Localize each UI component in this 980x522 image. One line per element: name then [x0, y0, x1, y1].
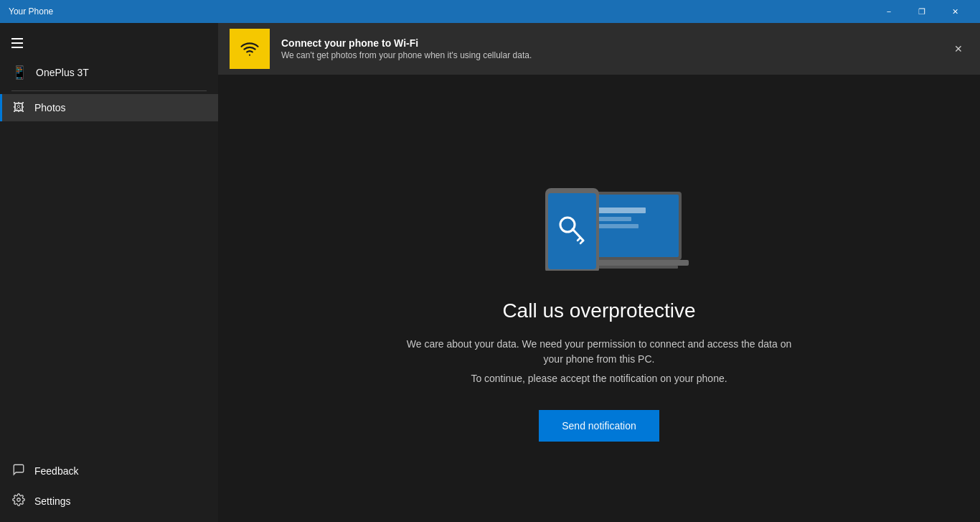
titlebar-left: Your Phone	[9, 6, 53, 17]
app-body: 📱 OnePlus 3T 🖼 Photos Feedback	[0, 23, 980, 522]
device-name: OnePlus 3T	[36, 67, 89, 78]
main-instruction: To continue, please accept the notificat…	[471, 373, 727, 384]
illustration	[506, 156, 692, 274]
sidebar-top: 📱 OnePlus 3T 🖼 Photos	[0, 23, 218, 127]
titlebar-controls: − ❐ ✕	[872, 0, 971, 23]
wifi-icon	[240, 39, 259, 58]
close-button[interactable]: ✕	[938, 0, 971, 23]
banner-close-button[interactable]: ✕	[948, 37, 969, 60]
banner-title: Connect your phone to Wi-Fi	[281, 37, 937, 49]
main-description: We care about your data. We need your pe…	[398, 337, 800, 367]
feedback-label: Feedback	[34, 465, 78, 477]
main-content: Connect your phone to Wi-Fi We can't get…	[218, 23, 980, 522]
sidebar-item-settings[interactable]: Settings	[0, 486, 218, 516]
phone-laptop-illustration	[506, 156, 692, 271]
sidebar-divider	[11, 90, 207, 91]
minimize-button[interactable]: −	[872, 0, 905, 23]
permission-content: Call us overprotective We care about you…	[218, 75, 980, 522]
device-item[interactable]: 📱 OnePlus 3T	[0, 57, 218, 88]
send-notification-button[interactable]: Send notification	[539, 410, 659, 442]
photos-icon: 🖼	[11, 101, 26, 114]
banner-text: Connect your phone to Wi-Fi We can't get…	[281, 37, 937, 60]
titlebar: Your Phone − ❐ ✕	[0, 0, 980, 23]
photos-label: Photos	[34, 102, 66, 113]
sidebar-bottom: Feedback Settings	[0, 456, 218, 522]
banner-subtitle: We can't get photos from your phone when…	[281, 50, 937, 60]
wifi-banner: Connect your phone to Wi-Fi We can't get…	[218, 23, 980, 75]
phone-icon: 📱	[11, 65, 27, 80]
settings-icon	[11, 493, 26, 509]
svg-point-0	[17, 498, 21, 502]
hamburger-button[interactable]	[0, 29, 34, 57]
maximize-button[interactable]: ❐	[905, 0, 938, 23]
sidebar: 📱 OnePlus 3T 🖼 Photos Feedback	[0, 23, 218, 522]
sidebar-item-photos[interactable]: 🖼 Photos	[0, 94, 218, 121]
svg-point-1	[249, 55, 250, 56]
titlebar-title: Your Phone	[9, 6, 53, 17]
hamburger-icon	[11, 38, 23, 48]
sidebar-item-feedback[interactable]: Feedback	[0, 456, 218, 486]
banner-icon-wrap	[230, 29, 270, 69]
main-heading: Call us overprotective	[502, 299, 695, 322]
feedback-icon	[11, 463, 26, 479]
settings-label: Settings	[34, 495, 71, 507]
